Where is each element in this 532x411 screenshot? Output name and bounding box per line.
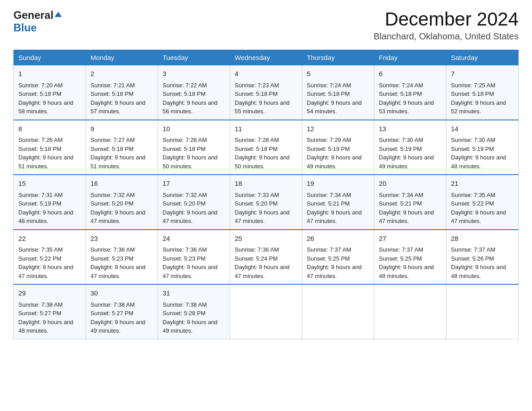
calendar-day-cell: 4Sunrise: 7:23 AMSunset: 5:18 PMDaylight…	[230, 65, 302, 120]
day-number: 10	[163, 124, 225, 134]
day-number: 13	[379, 124, 442, 134]
day-info: Sunrise: 7:26 AMSunset: 5:18 PMDaylight:…	[18, 136, 81, 171]
calendar-subtitle: Blanchard, Oklahoma, United States	[373, 31, 519, 42]
day-info: Sunrise: 7:21 AMSunset: 5:18 PMDaylight:…	[90, 81, 153, 116]
day-info: Sunrise: 7:35 AMSunset: 5:22 PMDaylight:…	[451, 191, 514, 226]
calendar-day-cell: 22Sunrise: 7:35 AMSunset: 5:22 PMDayligh…	[14, 230, 86, 285]
day-number: 25	[235, 234, 297, 244]
day-info: Sunrise: 7:36 AMSunset: 5:24 PMDaylight:…	[235, 245, 297, 280]
calendar-day-cell: 15Sunrise: 7:31 AMSunset: 5:19 PMDayligh…	[14, 175, 86, 230]
day-number: 28	[451, 234, 514, 244]
calendar-day-cell: 23Sunrise: 7:36 AMSunset: 5:23 PMDayligh…	[86, 230, 158, 285]
header-friday: Friday	[374, 50, 446, 65]
calendar-day-cell: 18Sunrise: 7:33 AMSunset: 5:20 PMDayligh…	[230, 175, 302, 230]
day-number: 26	[307, 234, 369, 244]
calendar-week-row: 1Sunrise: 7:20 AMSunset: 5:18 PMDaylight…	[14, 65, 519, 120]
calendar-day-cell: 28Sunrise: 7:37 AMSunset: 5:26 PMDayligh…	[446, 230, 519, 285]
day-number: 8	[18, 124, 81, 134]
day-number: 1	[18, 69, 81, 79]
day-info: Sunrise: 7:38 AMSunset: 5:27 PMDaylight:…	[18, 300, 81, 335]
calendar-title: December 2024	[373, 9, 519, 30]
day-info: Sunrise: 7:23 AMSunset: 5:18 PMDaylight:…	[235, 81, 297, 116]
day-info: Sunrise: 7:37 AMSunset: 5:26 PMDaylight:…	[451, 245, 514, 280]
calendar-day-cell: 20Sunrise: 7:34 AMSunset: 5:21 PMDayligh…	[374, 175, 446, 230]
header-monday: Monday	[86, 50, 158, 65]
day-info: Sunrise: 7:35 AMSunset: 5:22 PMDaylight:…	[18, 245, 81, 280]
day-info: Sunrise: 7:33 AMSunset: 5:20 PMDaylight:…	[235, 191, 297, 226]
svg-marker-0	[55, 12, 62, 17]
calendar-day-cell: 19Sunrise: 7:34 AMSunset: 5:21 PMDayligh…	[302, 175, 374, 230]
calendar-day-cell: 12Sunrise: 7:29 AMSunset: 5:19 PMDayligh…	[302, 120, 374, 175]
day-info: Sunrise: 7:20 AMSunset: 5:18 PMDaylight:…	[18, 81, 81, 116]
day-info: Sunrise: 7:37 AMSunset: 5:25 PMDaylight:…	[379, 245, 442, 280]
day-info: Sunrise: 7:36 AMSunset: 5:23 PMDaylight:…	[90, 245, 153, 280]
day-info: Sunrise: 7:32 AMSunset: 5:20 PMDaylight:…	[90, 191, 153, 226]
day-number: 21	[451, 179, 514, 189]
day-number: 4	[235, 69, 297, 79]
calendar-day-cell: 8Sunrise: 7:26 AMSunset: 5:18 PMDaylight…	[14, 120, 86, 175]
calendar-day-cell: 29Sunrise: 7:38 AMSunset: 5:27 PMDayligh…	[14, 284, 86, 339]
calendar-day-cell	[374, 284, 446, 339]
day-number: 15	[18, 179, 81, 189]
day-number: 11	[235, 124, 297, 134]
day-number: 3	[163, 69, 225, 79]
day-number: 6	[379, 69, 442, 79]
header-sunday: Sunday	[14, 50, 86, 65]
calendar-day-cell: 16Sunrise: 7:32 AMSunset: 5:20 PMDayligh…	[86, 175, 158, 230]
calendar-day-cell: 17Sunrise: 7:32 AMSunset: 5:20 PMDayligh…	[158, 175, 230, 230]
day-info: Sunrise: 7:34 AMSunset: 5:21 PMDaylight:…	[379, 191, 442, 226]
day-info: Sunrise: 7:37 AMSunset: 5:25 PMDaylight:…	[307, 245, 369, 280]
day-info: Sunrise: 7:38 AMSunset: 5:28 PMDaylight:…	[163, 300, 225, 335]
calendar-table: Sunday Monday Tuesday Wednesday Thursday…	[13, 50, 519, 339]
day-info: Sunrise: 7:27 AMSunset: 5:18 PMDaylight:…	[90, 136, 153, 171]
calendar-day-cell: 21Sunrise: 7:35 AMSunset: 5:22 PMDayligh…	[446, 175, 519, 230]
day-number: 29	[18, 288, 81, 299]
day-info: Sunrise: 7:31 AMSunset: 5:19 PMDaylight:…	[18, 191, 81, 226]
day-number: 17	[163, 179, 225, 189]
calendar-day-cell: 13Sunrise: 7:30 AMSunset: 5:19 PMDayligh…	[374, 120, 446, 175]
calendar-day-cell: 25Sunrise: 7:36 AMSunset: 5:24 PMDayligh…	[230, 230, 302, 285]
day-info: Sunrise: 7:38 AMSunset: 5:27 PMDaylight:…	[90, 300, 153, 335]
calendar-day-cell: 3Sunrise: 7:22 AMSunset: 5:18 PMDaylight…	[158, 65, 230, 120]
calendar-day-cell: 1Sunrise: 7:20 AMSunset: 5:18 PMDaylight…	[14, 65, 86, 120]
day-number: 16	[90, 179, 153, 189]
calendar-day-cell	[302, 284, 374, 339]
header-wednesday: Wednesday	[230, 50, 302, 65]
calendar-week-row: 22Sunrise: 7:35 AMSunset: 5:22 PMDayligh…	[14, 230, 519, 285]
day-info: Sunrise: 7:34 AMSunset: 5:21 PMDaylight:…	[307, 191, 369, 226]
calendar-day-cell: 26Sunrise: 7:37 AMSunset: 5:25 PMDayligh…	[302, 230, 374, 285]
calendar-day-cell: 24Sunrise: 7:36 AMSunset: 5:23 PMDayligh…	[158, 230, 230, 285]
calendar-day-cell	[446, 284, 519, 339]
day-number: 22	[18, 234, 81, 244]
logo: General Blue	[13, 9, 62, 34]
calendar-day-cell: 31Sunrise: 7:38 AMSunset: 5:28 PMDayligh…	[158, 284, 230, 339]
days-header-row: Sunday Monday Tuesday Wednesday Thursday…	[14, 50, 519, 65]
header-thursday: Thursday	[302, 50, 374, 65]
header-tuesday: Tuesday	[158, 50, 230, 65]
calendar-day-cell: 11Sunrise: 7:28 AMSunset: 5:18 PMDayligh…	[230, 120, 302, 175]
day-number: 18	[235, 179, 297, 189]
day-info: Sunrise: 7:25 AMSunset: 5:18 PMDaylight:…	[451, 81, 514, 116]
day-info: Sunrise: 7:24 AMSunset: 5:18 PMDaylight:…	[307, 81, 369, 116]
calendar-day-cell: 10Sunrise: 7:28 AMSunset: 5:18 PMDayligh…	[158, 120, 230, 175]
day-info: Sunrise: 7:36 AMSunset: 5:23 PMDaylight:…	[163, 245, 225, 280]
day-number: 23	[90, 234, 153, 244]
day-info: Sunrise: 7:22 AMSunset: 5:18 PMDaylight:…	[163, 81, 225, 116]
page-header: General Blue December 2024 Blanchard, Ok…	[13, 9, 519, 42]
day-info: Sunrise: 7:24 AMSunset: 5:18 PMDaylight:…	[379, 81, 442, 116]
day-info: Sunrise: 7:28 AMSunset: 5:18 PMDaylight:…	[163, 136, 225, 171]
logo-blue-text: Blue	[13, 21, 37, 34]
day-number: 27	[379, 234, 442, 244]
calendar-day-cell: 6Sunrise: 7:24 AMSunset: 5:18 PMDaylight…	[374, 65, 446, 120]
day-info: Sunrise: 7:30 AMSunset: 5:19 PMDaylight:…	[379, 136, 442, 171]
day-info: Sunrise: 7:32 AMSunset: 5:20 PMDaylight:…	[163, 191, 225, 226]
day-number: 2	[90, 69, 153, 79]
day-info: Sunrise: 7:29 AMSunset: 5:19 PMDaylight:…	[307, 136, 369, 171]
calendar-day-cell: 14Sunrise: 7:30 AMSunset: 5:19 PMDayligh…	[446, 120, 519, 175]
calendar-day-cell: 5Sunrise: 7:24 AMSunset: 5:18 PMDaylight…	[302, 65, 374, 120]
calendar-day-cell: 27Sunrise: 7:37 AMSunset: 5:25 PMDayligh…	[374, 230, 446, 285]
day-number: 30	[90, 288, 153, 299]
logo-triangle-icon	[55, 11, 62, 20]
day-number: 12	[307, 124, 369, 134]
calendar-day-cell	[230, 284, 302, 339]
